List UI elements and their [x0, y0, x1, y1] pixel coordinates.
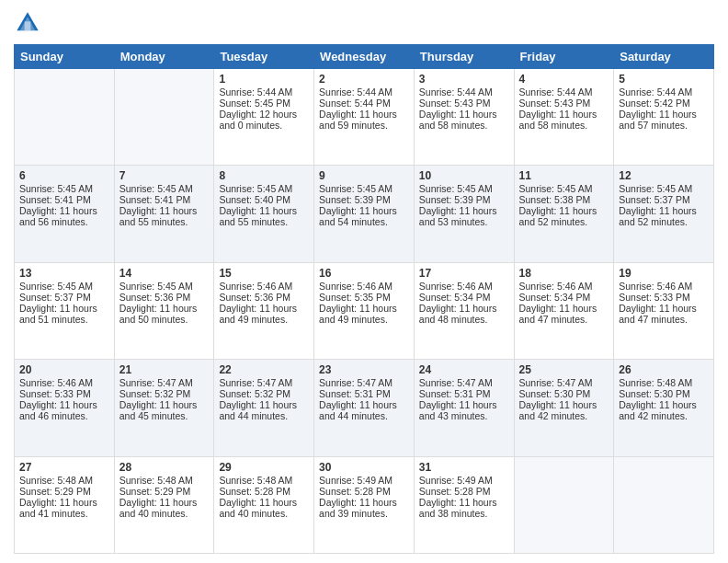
day-number: 11 [519, 169, 609, 182]
calendar-cell: 25Sunrise: 5:47 AMSunset: 5:30 PMDayligh… [514, 360, 614, 456]
calendar-cell: 14Sunrise: 5:45 AMSunset: 5:36 PMDayligh… [114, 262, 214, 359]
sunset-text: Sunset: 5:44 PM [319, 98, 409, 109]
sunset-text: Sunset: 5:32 PM [119, 388, 210, 399]
daylight-text: Daylight: 11 hours and 41 minutes. [19, 497, 109, 519]
day-number: 19 [619, 267, 709, 280]
calendar-cell: 22Sunrise: 5:47 AMSunset: 5:32 PMDayligh… [214, 360, 314, 456]
sunset-text: Sunset: 5:30 PM [519, 388, 609, 399]
sunrise-text: Sunrise: 5:48 AM [19, 475, 109, 486]
weekday-header-tuesday: Tuesday [214, 45, 314, 69]
day-number: 23 [319, 363, 409, 376]
daylight-text: Daylight: 11 hours and 48 minutes. [419, 303, 509, 325]
sunrise-text: Sunrise: 5:47 AM [519, 377, 609, 388]
sunrise-text: Sunrise: 5:45 AM [319, 183, 409, 194]
day-number: 26 [619, 363, 709, 376]
daylight-text: Daylight: 11 hours and 42 minutes. [519, 399, 609, 421]
sunset-text: Sunset: 5:28 PM [319, 486, 409, 497]
sunset-text: Sunset: 5:30 PM [619, 388, 709, 399]
sunrise-text: Sunrise: 5:46 AM [319, 281, 409, 292]
calendar-cell [114, 69, 214, 166]
sunset-text: Sunset: 5:36 PM [219, 292, 309, 303]
calendar-cell: 12Sunrise: 5:45 AMSunset: 5:37 PMDayligh… [614, 166, 714, 262]
day-number: 2 [319, 73, 409, 86]
calendar-cell: 18Sunrise: 5:46 AMSunset: 5:34 PMDayligh… [514, 262, 614, 359]
sunset-text: Sunset: 5:29 PM [19, 486, 109, 497]
calendar-cell: 31Sunrise: 5:49 AMSunset: 5:28 PMDayligh… [414, 456, 514, 553]
daylight-text: Daylight: 11 hours and 42 minutes. [619, 399, 709, 421]
calendar-cell: 8Sunrise: 5:45 AMSunset: 5:40 PMDaylight… [214, 166, 314, 262]
sunrise-text: Sunrise: 5:45 AM [519, 183, 609, 194]
sunset-text: Sunset: 5:37 PM [19, 292, 109, 303]
daylight-text: Daylight: 11 hours and 39 minutes. [319, 497, 409, 519]
weekday-header-row: SundayMondayTuesdayWednesdayThursdayFrid… [15, 45, 714, 69]
daylight-text: Daylight: 11 hours and 54 minutes. [319, 205, 409, 227]
calendar-cell: 6Sunrise: 5:45 AMSunset: 5:41 PMDaylight… [15, 166, 115, 262]
sunset-text: Sunset: 5:42 PM [619, 98, 709, 109]
sunset-text: Sunset: 5:36 PM [119, 292, 210, 303]
sunrise-text: Sunrise: 5:44 AM [219, 86, 309, 98]
day-number: 12 [619, 169, 709, 182]
sunrise-text: Sunrise: 5:47 AM [419, 377, 509, 388]
day-number: 9 [319, 169, 409, 182]
daylight-text: Daylight: 11 hours and 55 minutes. [219, 205, 309, 227]
logo-icon [14, 9, 41, 37]
day-number: 15 [219, 267, 309, 280]
daylight-text: Daylight: 11 hours and 51 minutes. [19, 303, 109, 325]
calendar-cell: 29Sunrise: 5:48 AMSunset: 5:28 PMDayligh… [214, 456, 314, 553]
sunrise-text: Sunrise: 5:45 AM [19, 281, 109, 292]
sunset-text: Sunset: 5:40 PM [219, 194, 309, 205]
sunset-text: Sunset: 5:41 PM [119, 194, 210, 205]
calendar-cell: 23Sunrise: 5:47 AMSunset: 5:31 PMDayligh… [314, 360, 415, 456]
week-row-3: 13Sunrise: 5:45 AMSunset: 5:37 PMDayligh… [15, 262, 714, 359]
daylight-text: Daylight: 11 hours and 47 minutes. [619, 303, 709, 325]
daylight-text: Daylight: 11 hours and 49 minutes. [219, 303, 309, 325]
sunset-text: Sunset: 5:45 PM [219, 98, 309, 109]
calendar-cell: 16Sunrise: 5:46 AMSunset: 5:35 PMDayligh… [314, 262, 415, 359]
week-row-1: 1Sunrise: 5:44 AMSunset: 5:45 PMDaylight… [15, 69, 714, 166]
sunrise-text: Sunrise: 5:45 AM [19, 183, 109, 194]
calendar-cell: 5Sunrise: 5:44 AMSunset: 5:42 PMDaylight… [614, 69, 714, 166]
calendar-cell [614, 456, 714, 553]
daylight-text: Daylight: 11 hours and 47 minutes. [519, 303, 609, 325]
calendar-cell: 1Sunrise: 5:44 AMSunset: 5:45 PMDaylight… [214, 69, 314, 166]
day-number: 27 [19, 461, 109, 474]
daylight-text: Daylight: 11 hours and 50 minutes. [119, 303, 210, 325]
day-number: 31 [419, 461, 509, 474]
week-row-2: 6Sunrise: 5:45 AMSunset: 5:41 PMDaylight… [15, 166, 714, 262]
day-number: 24 [419, 363, 509, 376]
sunrise-text: Sunrise: 5:47 AM [219, 377, 309, 388]
day-number: 7 [119, 169, 210, 182]
day-number: 20 [19, 363, 109, 376]
day-number: 10 [419, 169, 509, 182]
weekday-header-friday: Friday [514, 45, 614, 69]
sunrise-text: Sunrise: 5:47 AM [319, 377, 409, 388]
daylight-text: Daylight: 11 hours and 52 minutes. [619, 205, 709, 227]
weekday-header-monday: Monday [114, 45, 214, 69]
calendar-cell: 2Sunrise: 5:44 AMSunset: 5:44 PMDaylight… [314, 69, 415, 166]
calendar-cell: 27Sunrise: 5:48 AMSunset: 5:29 PMDayligh… [15, 456, 115, 553]
calendar-cell: 3Sunrise: 5:44 AMSunset: 5:43 PMDaylight… [414, 69, 514, 166]
daylight-text: Daylight: 11 hours and 43 minutes. [419, 399, 509, 421]
daylight-text: Daylight: 11 hours and 40 minutes. [219, 497, 309, 519]
day-number: 22 [219, 363, 309, 376]
day-number: 25 [519, 363, 609, 376]
daylight-text: Daylight: 11 hours and 46 minutes. [19, 399, 109, 421]
weekday-header-thursday: Thursday [414, 45, 514, 69]
daylight-text: Daylight: 11 hours and 44 minutes. [319, 399, 409, 421]
daylight-text: Daylight: 11 hours and 57 minutes. [619, 109, 709, 131]
sunrise-text: Sunrise: 5:44 AM [519, 86, 609, 98]
sunrise-text: Sunrise: 5:45 AM [619, 183, 709, 194]
sunset-text: Sunset: 5:41 PM [19, 194, 109, 205]
calendar-cell: 28Sunrise: 5:48 AMSunset: 5:29 PMDayligh… [114, 456, 214, 553]
day-number: 14 [119, 267, 210, 280]
day-number: 30 [319, 461, 409, 474]
day-number: 17 [419, 267, 509, 280]
sunset-text: Sunset: 5:28 PM [419, 486, 509, 497]
sunrise-text: Sunrise: 5:46 AM [519, 281, 609, 292]
day-number: 6 [19, 169, 109, 182]
calendar-cell: 11Sunrise: 5:45 AMSunset: 5:38 PMDayligh… [514, 166, 614, 262]
sunset-text: Sunset: 5:39 PM [419, 194, 509, 205]
sunrise-text: Sunrise: 5:44 AM [419, 86, 509, 98]
calendar-cell [514, 456, 614, 553]
sunrise-text: Sunrise: 5:46 AM [19, 377, 109, 388]
